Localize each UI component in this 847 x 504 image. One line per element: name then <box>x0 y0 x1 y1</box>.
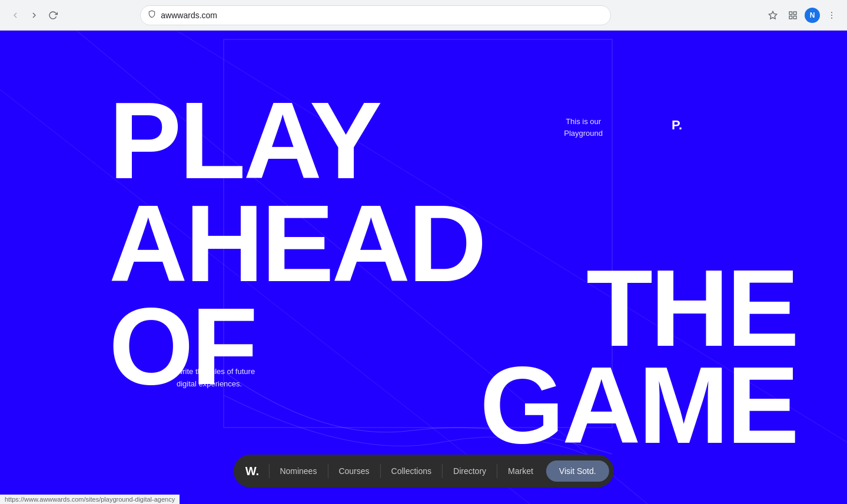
user-avatar[interactable]: N <box>805 8 820 23</box>
reload-button[interactable] <box>45 7 61 24</box>
headline-area: PLAY AHEAD OF THE GAME This is our Playg… <box>0 31 847 473</box>
browser-nav-buttons <box>7 7 61 24</box>
address-bar[interactable] <box>140 5 611 25</box>
headline-ahead: AHEAD <box>109 189 484 298</box>
extensions-button[interactable] <box>785 7 801 24</box>
nav-logo: W. <box>238 457 266 485</box>
back-button[interactable] <box>7 7 24 24</box>
svg-point-5 <box>831 12 832 13</box>
nav-item-market[interactable]: Market <box>497 462 544 480</box>
visit-sotd-button[interactable]: Visit Sotd. <box>546 460 609 482</box>
chrome-menu-button[interactable] <box>823 7 840 24</box>
svg-rect-1 <box>789 12 792 15</box>
p-logo: P. <box>672 118 682 133</box>
svg-rect-2 <box>793 12 796 15</box>
headline-game: GAME <box>480 351 797 460</box>
bottom-nav: W. Nominees Courses Collections Director… <box>233 455 613 488</box>
status-bar: https://www.awwwards.com/sites/playgroun… <box>0 495 180 504</box>
tagline-top: This is our Playground <box>564 116 603 139</box>
svg-rect-4 <box>789 16 792 19</box>
nav-item-courses[interactable]: Courses <box>328 462 380 480</box>
tagline-bottom: We write the rules of future digital exp… <box>164 366 255 390</box>
svg-marker-0 <box>769 11 776 19</box>
svg-rect-3 <box>793 16 796 19</box>
svg-point-6 <box>831 15 832 16</box>
url-input[interactable] <box>161 11 603 20</box>
bookmark-button[interactable] <box>765 7 781 24</box>
nav-item-collections[interactable]: Collections <box>381 462 442 480</box>
svg-point-7 <box>831 17 832 18</box>
browser-chrome: N <box>0 0 847 31</box>
headline-play: PLAY <box>109 86 380 195</box>
forward-button[interactable] <box>26 7 42 24</box>
page-content: PLAY AHEAD OF THE GAME This is our Playg… <box>0 31 847 504</box>
nav-item-nominees[interactable]: Nominees <box>269 462 327 480</box>
security-icon <box>148 10 156 20</box>
browser-actions: N <box>765 7 840 24</box>
nav-item-directory[interactable]: Directory <box>443 462 497 480</box>
